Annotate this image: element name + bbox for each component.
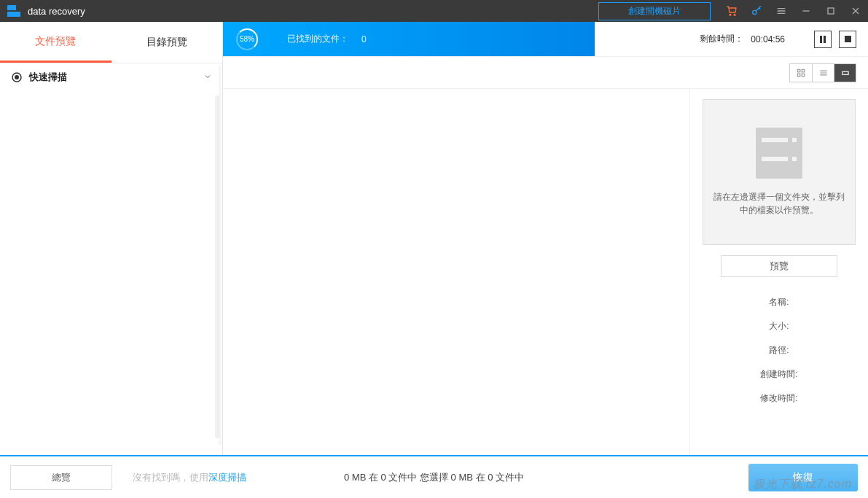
remaining-time: 00:04:56 [751,34,785,44]
view-grid-button[interactable] [790,64,812,82]
view-detail-button[interactable] [834,64,856,82]
svg-rect-8 [797,74,800,77]
svg-point-0 [730,14,731,15]
meta-name-label: 名稱: [700,290,858,314]
view-toolbar [223,56,868,89]
stop-button[interactable] [839,31,856,48]
meta-ctime-label: 創建時間: [700,362,858,386]
key-icon[interactable] [744,0,769,22]
remaining-label: 剩餘時間： [700,33,743,45]
app-logo-icon [7,4,22,18]
preview-hint: 請在左邊選擇一個文件夾，並擊列中的檔案以作預覽。 [711,190,848,217]
meta-path-label: 路徑: [700,338,858,362]
found-files-label: 已找到的文件： [287,33,348,45]
found-files-count: 0 [361,34,367,44]
chevron-down-icon [203,72,212,83]
cart-icon[interactable] [719,0,744,22]
svg-rect-7 [802,69,805,72]
meta-mtime-label: 修改時間: [700,386,858,411]
app-title: data recovery [28,6,85,17]
svg-rect-6 [797,69,800,72]
progress-row: 58% 已找到的文件： 0 剩餘時間： 00:04:56 [223,22,868,56]
scrollbar-track[interactable] [215,96,219,438]
preview-placeholder: 請在左邊選擇一個文件夾，並擊列中的檔案以作預覽。 [703,99,856,245]
meta-size-label: 大小: [700,314,858,338]
tab-file-preview[interactable]: 文件預覽 [0,22,112,63]
preview-button[interactable]: 預覽 [721,255,837,277]
sidebar: 文件預覽 目錄預覽 快速掃描 [0,22,223,455]
svg-rect-3 [828,8,834,14]
pause-button[interactable] [814,31,832,48]
close-button[interactable] [843,0,868,22]
recover-button[interactable]: 恢復 [748,464,858,491]
minimize-button[interactable] [794,0,818,22]
progress-bar: 58% 已找到的文件： 0 [223,22,595,56]
selection-stats: 0 MB 在 0 文件中 您選擇 0 MB 在 0 文件中 [344,471,524,484]
maximize-button[interactable] [818,0,843,22]
menu-icon[interactable] [769,0,794,22]
svg-rect-10 [842,71,848,74]
footer: 總覽 沒有找到嗎，使用 深度掃描 0 MB 在 0 文件中 您選擇 0 MB 在… [0,455,868,498]
svg-point-5 [15,76,19,79]
tab-dir-preview[interactable]: 目錄預覽 [112,22,223,63]
target-icon [10,71,23,84]
create-boot-disk-button[interactable]: 創建開機磁片 [598,2,711,20]
view-list-button[interactable] [812,64,834,82]
not-found-hint: 沒有找到嗎，使用 [133,471,208,484]
progress-percent-ring: 58% [236,28,258,50]
file-list-area [223,89,690,455]
overview-button[interactable]: 總覽 [10,465,112,490]
sidebar-body [0,91,222,455]
deep-scan-link[interactable]: 深度掃描 [208,471,246,484]
svg-rect-9 [802,74,805,77]
quick-scan-row[interactable]: 快速掃描 [0,63,222,91]
titlebar: data recovery 創建開機磁片 [0,0,868,22]
drive-icon [756,128,802,179]
preview-panel: 請在左邊選擇一個文件夾，並擊列中的檔案以作預覽。 預覽 名稱: 大小: 路徑: … [690,89,868,455]
svg-point-1 [734,14,735,15]
quick-scan-label: 快速掃描 [29,71,67,84]
